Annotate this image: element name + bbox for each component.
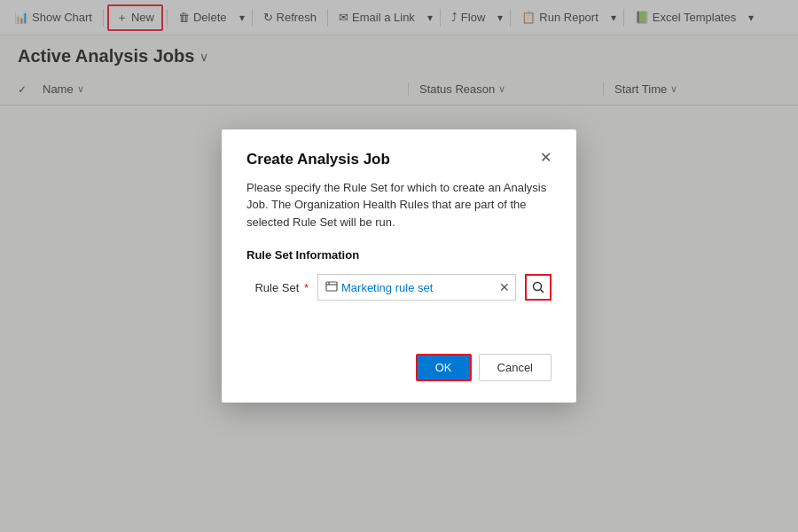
dialog-title: Create Analysis Job [246, 151, 390, 168]
dialog-footer: OK Cancel [246, 354, 552, 381]
field-label: Rule Set * [246, 281, 309, 294]
rule-set-field: Rule Set * Marketing rule set ✕ [246, 274, 552, 301]
required-indicator: * [304, 281, 309, 294]
svg-rect-0 [326, 282, 337, 291]
create-analysis-job-dialog: Create Analysis Job ✕ Please specify the… [222, 129, 576, 403]
dialog-section-title: Rule Set Information [246, 248, 552, 262]
cancel-button[interactable]: Cancel [479, 354, 552, 381]
svg-line-4 [541, 290, 544, 293]
rule-set-value: Marketing rule set [341, 281, 494, 294]
dialog-overlay: Create Analysis Job ✕ Please specify the… [0, 0, 798, 532]
dialog-header: Create Analysis Job ✕ [246, 151, 552, 168]
dialog-description: Please specify the Rule Set for which to… [246, 179, 552, 231]
entity-icon [325, 280, 338, 295]
rule-set-input-wrapper: Marketing rule set ✕ [317, 274, 516, 301]
svg-point-3 [534, 283, 542, 291]
dialog-close-button[interactable]: ✕ [540, 151, 552, 165]
rule-set-search-button[interactable] [525, 274, 552, 301]
rule-set-clear-button[interactable]: ✕ [497, 281, 512, 293]
ok-button[interactable]: OK [416, 354, 472, 381]
